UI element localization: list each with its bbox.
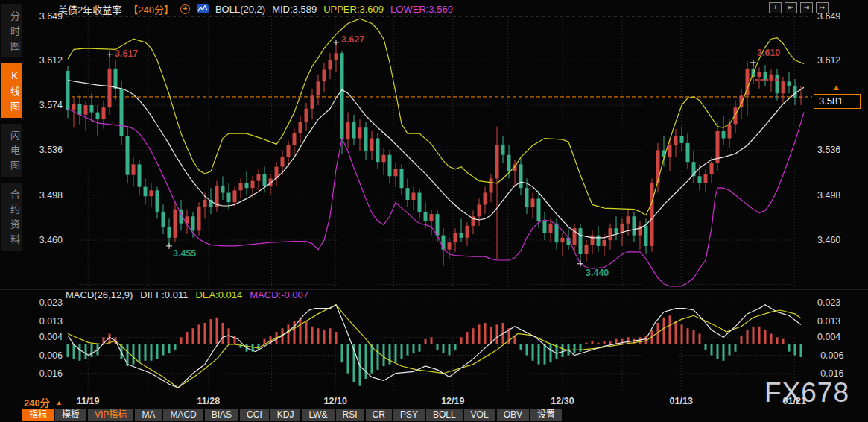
macd-macd-value: MACD:-0.007 [250, 289, 308, 300]
toolbar-tab-lw[interactable]: LW& [302, 409, 334, 421]
axis-tick-label: 3.498 [817, 190, 840, 201]
axis-tick-label: 3.460 [817, 235, 840, 245]
axis-tick-label: 0.004 [817, 332, 840, 342]
axis-tick-label: 01/13 [670, 396, 693, 406]
axis-tick-label: 3.460 [39, 235, 63, 245]
kline-chart-canvas[interactable]: 3.6173.6273.6103.4553.4403.6493.6123.574… [0, 0, 868, 422]
axis-tick-label: 0.013 [817, 316, 840, 327]
toolbar-tab-obv[interactable]: OBV [497, 409, 529, 421]
axis-tick-label: 3.536 [39, 145, 63, 155]
boll-lower-line [68, 109, 804, 286]
sidebar-item-kline-chart[interactable]: K线图 [1, 63, 22, 118]
diff-line [68, 305, 801, 388]
toolbar-tab-indicator[interactable]: 指标 [22, 409, 54, 421]
window-controls: +⇤⇥↦ [769, 2, 829, 13]
axis-tick-label: 3.574 [39, 100, 63, 110]
price-annotation: 3.617 [115, 48, 138, 59]
macd-layer [67, 305, 802, 388]
expand-x-icon[interactable]: ⇥ [800, 2, 813, 13]
axis-tick-label: 12/10 [324, 396, 347, 406]
macd-dea-value: DEA:0.014 [195, 289, 242, 300]
pan-right-icon[interactable]: ↦ [816, 2, 829, 13]
macd-header: MACD(26,12,9) DIFF:0.011 DEA:0.014 MACD:… [66, 289, 308, 300]
sidebar-item-lightning-chart[interactable]: 闪电图 [1, 124, 22, 177]
compress-x-icon[interactable]: ⇤ [785, 2, 797, 13]
boll-lower-value: LOWER:3.569 [390, 4, 453, 15]
toolbar-tab-psy[interactable]: PSY [393, 409, 425, 421]
indicator-toolbar: 指标模板VIP指标MAMACDBIASCCIKDJLW&RSICRPSYBOLL… [22, 409, 562, 421]
axis-tick-label: 12/19 [441, 396, 464, 406]
axis-tick-label: 0.023 [817, 297, 840, 308]
interval-label[interactable]: 240分 [24, 395, 50, 409]
interval-arrow-icon[interactable]: ▲ [56, 399, 63, 406]
grid-layer [0, 16, 868, 394]
boll-label: BOLL(20,2) [215, 4, 265, 15]
chart-header: 美债2年收益率 【240分】 + BOLL(20,2) MID:3.589 UP… [58, 3, 453, 15]
toolbar-tab-template[interactable]: 模板 [55, 409, 86, 421]
toolbar-tab-kdj[interactable]: KDJ [270, 409, 301, 421]
toolbar-tab-settings[interactable]: 设置 [530, 409, 562, 421]
toolbar-tab-vol[interactable]: VOL [464, 409, 495, 421]
app-logo-icon [197, 4, 209, 13]
chart-type-sidebar: 分时图K线图闪电图合约资料 [0, 4, 22, 256]
toolbar-tab-rsi[interactable]: RSI [336, 409, 364, 421]
interval-selector[interactable]: 240分 ▲ [24, 395, 63, 409]
sidebar-item-minute-chart[interactable]: 分时图 [1, 4, 22, 57]
axis-tick-label: -0.016 [37, 368, 63, 379]
toolbar-tab-macd[interactable]: MACD [163, 409, 203, 421]
axis-tick-label: 3.612 [39, 55, 63, 66]
price-annotation: 3.440 [586, 268, 609, 278]
axis-tick-label: 11/19 [77, 396, 100, 406]
toolbar-tab-cci[interactable]: CCI [240, 409, 269, 421]
price-up-arrow-icon: ▲ [832, 84, 840, 92]
dea-line [68, 305, 801, 388]
price-annotation: 3.610 [757, 48, 780, 58]
axis-tick-label: -0.006 [817, 350, 843, 361]
toolbar-tab-ma[interactable]: MA [135, 409, 162, 421]
symbol-title: 美债2年收益率 [58, 2, 121, 16]
price-annotation: 3.627 [341, 34, 364, 45]
axis-tick-label: 11/28 [197, 396, 221, 406]
alert-plus-icon[interactable]: + [180, 4, 190, 14]
toolbar-tab-vip-indicator[interactable]: VIP指标 [88, 409, 133, 421]
axis-tick-label: 0.013 [39, 316, 63, 327]
axis-tick-label: 0.023 [39, 297, 63, 308]
axis-tick-label: 3.498 [39, 190, 63, 201]
interval-tag[interactable]: 【240分】 [128, 2, 174, 16]
candlestick-layer [66, 42, 803, 266]
axis-tick-label: -0.006 [37, 350, 63, 361]
last-price-tag: 3.581 [814, 94, 861, 109]
trading-terminal: 3.6173.6273.6103.4553.4403.6493.6123.574… [0, 0, 868, 422]
axis-tick-label: 12/30 [551, 396, 574, 406]
crosshair-icon[interactable]: + [769, 2, 782, 13]
boll-upper-value: UPPER:3.609 [323, 4, 384, 15]
toolbar-tab-bias[interactable]: BIAS [205, 409, 238, 421]
macd-diff-value: DIFF:0.011 [140, 289, 188, 300]
macd-title: MACD(26,12,9) [66, 289, 133, 300]
toolbar-tab-cr[interactable]: CR [366, 409, 392, 421]
boll-mid-value: MID:3.589 [272, 4, 317, 15]
sidebar-item-contract-info[interactable]: 合约资料 [1, 183, 22, 251]
toolbar-tab-boll[interactable]: BOLL [426, 409, 463, 421]
axis-tick-label: 0.004 [39, 332, 63, 342]
price-annotation: 3.455 [173, 248, 196, 259]
watermark: FX678 [764, 377, 849, 409]
axis-tick-label: 3.612 [817, 55, 840, 66]
axis-tick-label: 3.536 [817, 145, 840, 155]
